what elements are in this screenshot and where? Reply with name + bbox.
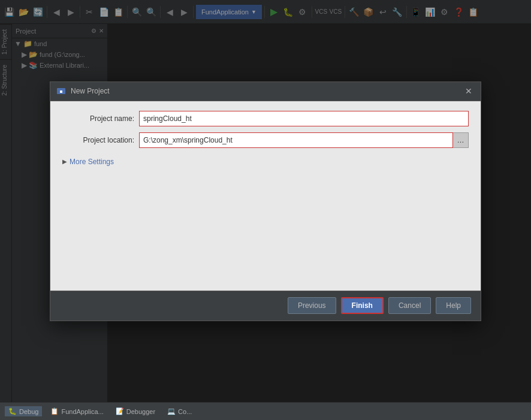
browse-button[interactable]: … bbox=[453, 132, 469, 148]
dialog-body: Project name: Project location: … ▶ More… bbox=[50, 101, 481, 291]
more-settings-toggle[interactable]: ▶ More Settings bbox=[62, 158, 469, 166]
project-name-row: Project name: bbox=[62, 111, 469, 126]
previous-button[interactable]: Previous bbox=[288, 297, 336, 314]
fund-tab-label: FundApplica... bbox=[61, 408, 103, 415]
fund-tab-icon: 📋 bbox=[50, 407, 59, 415]
dialog-titlebar: New Project ✕ bbox=[50, 82, 481, 101]
debug-icon: 🐛 bbox=[8, 407, 17, 415]
dialog-title: New Project bbox=[71, 87, 458, 95]
project-name-label: Project name: bbox=[62, 114, 134, 123]
project-name-input[interactable] bbox=[139, 111, 469, 126]
cancel-button[interactable]: Cancel bbox=[388, 297, 431, 314]
project-location-row: Project location: … bbox=[62, 132, 469, 148]
debugger-label: Debugger bbox=[126, 408, 155, 415]
help-button[interactable]: Help bbox=[436, 297, 471, 314]
ide-shell: 💾 📂 🔄 ◀ ▶ ✂ 📄 📋 🔍 🔍 ◀ ▶ FundApplication … bbox=[0, 0, 531, 420]
project-location-field-group: … bbox=[139, 132, 469, 148]
dialog-footer: Previous Finish Cancel Help bbox=[50, 291, 481, 321]
debugger-icon: 📝 bbox=[116, 407, 124, 415]
project-location-label: Project location: bbox=[62, 136, 134, 144]
status-tab-debugger[interactable]: 📝 Debugger bbox=[112, 406, 159, 416]
more-settings-chevron-icon: ▶ bbox=[62, 158, 67, 165]
status-tab-fund[interactable]: 📋 FundApplica... bbox=[47, 406, 107, 416]
new-project-dialog: New Project ✕ Project name: Project loca… bbox=[50, 81, 481, 321]
svg-rect-1 bbox=[60, 90, 62, 93]
dialog-overlay: New Project ✕ Project name: Project loca… bbox=[0, 0, 531, 402]
dialog-close-button[interactable]: ✕ bbox=[463, 85, 475, 97]
console-icon: 💻 bbox=[167, 407, 176, 415]
status-tab-console[interactable]: 💻 Co... bbox=[164, 406, 195, 416]
console-label: Co... bbox=[178, 408, 192, 415]
debug-label: Debug bbox=[19, 408, 38, 415]
finish-button[interactable]: Finish bbox=[341, 297, 384, 314]
status-tab-debug[interactable]: 🐛 Debug bbox=[5, 406, 42, 416]
project-location-input[interactable] bbox=[139, 132, 453, 148]
status-bar: 🐛 Debug 📋 FundApplica... 📝 Debugger 💻 Co… bbox=[0, 402, 531, 420]
dialog-icon bbox=[56, 86, 66, 96]
more-settings-label: More Settings bbox=[70, 158, 114, 166]
